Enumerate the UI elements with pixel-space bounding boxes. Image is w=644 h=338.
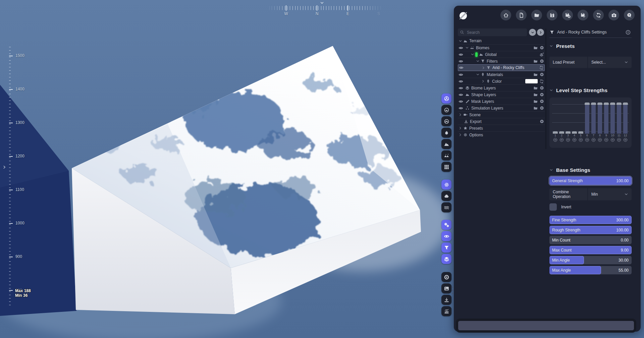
record-button[interactable] xyxy=(441,272,451,282)
save-as-new-button[interactable] xyxy=(562,10,573,20)
step-visibility-toggle[interactable] xyxy=(603,138,609,142)
slider-min-angle[interactable]: Min Angle30.00 xyxy=(549,256,632,264)
step-visibility-toggle[interactable] xyxy=(584,138,590,142)
save-button[interactable] xyxy=(547,10,557,20)
clouds-toggle-button[interactable] xyxy=(441,191,451,201)
tree-row-materials[interactable]: Materials xyxy=(458,71,545,78)
level-step-12[interactable] xyxy=(622,101,629,134)
level-step-7[interactable] xyxy=(590,101,597,134)
visibility-button[interactable] xyxy=(441,231,451,241)
visibility-toggle[interactable] xyxy=(459,52,465,57)
base-settings-section-header[interactable]: Base Settings xyxy=(549,167,590,173)
filters-toggle-button[interactable] xyxy=(441,243,451,253)
tree-row-export[interactable]: Export xyxy=(458,118,545,125)
step-visibility-toggle[interactable] xyxy=(622,138,629,142)
save-edit-button[interactable] xyxy=(578,10,588,20)
info-button[interactable] xyxy=(624,28,632,36)
plus-button[interactable] xyxy=(540,106,544,110)
layers-plus-button[interactable] xyxy=(539,52,544,57)
auto-process-button[interactable] xyxy=(441,220,451,230)
snapshot-gallery-button[interactable] xyxy=(441,283,451,293)
refresh-button[interactable] xyxy=(539,79,544,84)
expand-toggle[interactable] xyxy=(476,73,480,76)
plus-button[interactable] xyxy=(540,119,544,124)
layers-toggle-button[interactable] xyxy=(441,254,451,264)
tree-row-presets[interactable]: Presets xyxy=(458,125,545,131)
slider-max-count[interactable]: Max Count9.00 xyxy=(549,246,632,254)
plus-button[interactable] xyxy=(540,86,544,90)
expand-toggle[interactable] xyxy=(459,39,462,43)
step-visibility-toggle[interactable] xyxy=(565,138,571,142)
step-visibility-toggle[interactable] xyxy=(590,138,597,142)
expand-toggle[interactable] xyxy=(459,113,462,117)
expand-toggle[interactable] xyxy=(482,66,485,70)
level-steps-section-header[interactable]: Level Step Strengths xyxy=(549,87,607,93)
plus-button[interactable] xyxy=(540,99,544,104)
level-step-2[interactable] xyxy=(558,101,565,134)
step-visibility-toggle[interactable] xyxy=(552,138,558,142)
folder-button[interactable] xyxy=(533,59,538,64)
folder-button[interactable] xyxy=(533,86,538,90)
tree-row-terrain[interactable]: Terrain xyxy=(458,38,545,44)
panel-resize-grip[interactable] xyxy=(452,287,453,294)
plus-button[interactable] xyxy=(540,46,544,50)
tree-row-biomes[interactable]: Biomes xyxy=(458,44,545,51)
visibility-toggle[interactable] xyxy=(459,86,465,90)
combine-operation-select[interactable]: Min xyxy=(588,188,632,200)
tree-row-filters[interactable]: Filters xyxy=(458,58,545,64)
step-visibility-toggle[interactable] xyxy=(558,138,565,142)
export-quick-button[interactable] xyxy=(441,295,451,305)
visibility-toggle[interactable] xyxy=(459,65,466,70)
terrain-wire-view-button[interactable] xyxy=(441,116,451,126)
expand-toggle[interactable] xyxy=(465,46,469,50)
level-step-6[interactable] xyxy=(584,101,590,134)
tree-scrollbar[interactable] xyxy=(545,28,546,149)
slider-max-angle[interactable]: Max Angle55.00 xyxy=(549,266,632,274)
load-preset-select[interactable]: Select... xyxy=(588,57,632,68)
visibility-toggle[interactable] xyxy=(459,59,465,64)
level-step-9[interactable] xyxy=(603,101,609,134)
statistics-button[interactable] xyxy=(441,306,451,316)
invert-checkbox[interactable] xyxy=(549,203,557,211)
level-step-4[interactable] xyxy=(571,101,578,134)
collapse-all-button[interactable] xyxy=(529,29,536,36)
visibility-toggle[interactable] xyxy=(459,106,465,111)
level-step-10[interactable] xyxy=(609,101,616,134)
view-mode-button[interactable] xyxy=(441,93,451,104)
color-swatch[interactable] xyxy=(525,79,538,83)
expand-toggle[interactable] xyxy=(459,126,462,130)
expand-toggle[interactable] xyxy=(476,59,480,63)
expand-toggle[interactable] xyxy=(481,79,485,83)
plus-button[interactable] xyxy=(540,72,544,77)
level-step-5[interactable] xyxy=(578,101,584,134)
tree-row-global[interactable]: Global xyxy=(458,51,545,58)
screenshot-button[interactable] xyxy=(608,10,619,20)
expand-toggle[interactable] xyxy=(459,133,462,137)
tree-row-arid-rocky-cliffs[interactable]: Arid - Rocky Cliffs xyxy=(458,64,545,71)
tree-row-options[interactable]: Options xyxy=(458,131,545,138)
folder-button[interactable] xyxy=(533,99,538,104)
plus-button[interactable] xyxy=(540,92,544,97)
slider-min-count[interactable]: Min Count0.00 xyxy=(549,236,632,244)
terrain-solid-view-button[interactable] xyxy=(441,105,451,115)
step-visibility-toggle[interactable] xyxy=(616,138,622,142)
home-button[interactable] xyxy=(500,10,511,20)
compass[interactable]: W N E S xyxy=(267,1,383,16)
sync-button[interactable] xyxy=(593,10,604,20)
tree-row-biome-layers[interactable]: Biome Layers xyxy=(458,84,545,91)
visibility-toggle[interactable] xyxy=(459,46,465,50)
refresh-button[interactable] xyxy=(539,65,544,70)
folder-button[interactable] xyxy=(533,72,538,77)
slider-rough-strength[interactable]: Rough Strength100.00 xyxy=(549,226,632,234)
presets-section-header[interactable]: Presets xyxy=(549,43,575,49)
level-step-3[interactable] xyxy=(565,101,571,134)
plus-button[interactable] xyxy=(540,59,544,63)
visibility-toggle[interactable] xyxy=(459,79,465,84)
folder-button[interactable] xyxy=(533,92,538,97)
step-visibility-toggle[interactable] xyxy=(578,138,584,142)
mountain-tool-button[interactable] xyxy=(441,139,451,149)
search-input[interactable] xyxy=(466,30,525,35)
folder-button[interactable] xyxy=(533,106,538,111)
visibility-toggle[interactable] xyxy=(459,99,465,104)
erosion-button[interactable] xyxy=(441,128,451,138)
